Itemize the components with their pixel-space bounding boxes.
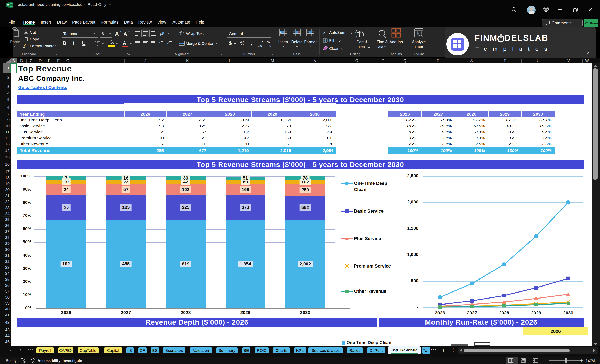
svg-text:ab: ab <box>179 31 182 34</box>
svg-text:Z: Z <box>355 35 358 39</box>
svg-text:x: x <box>7 3 9 7</box>
svg-text:ab: ab <box>160 32 163 35</box>
svg-text:A: A <box>355 29 358 34</box>
